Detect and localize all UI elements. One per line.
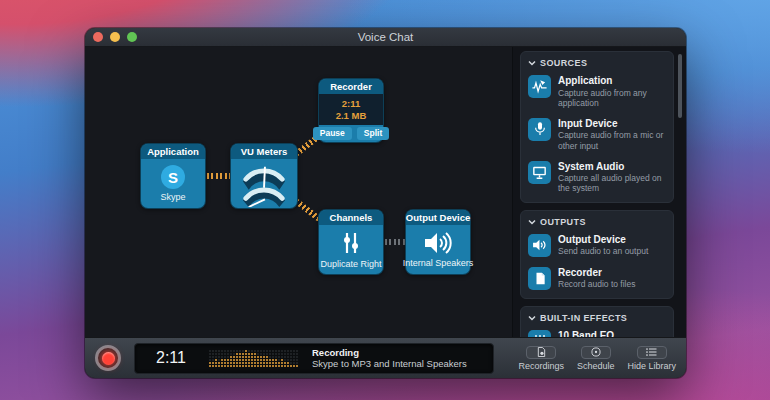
wire-channels-to-output [385,239,405,245]
library-item-recorder[interactable]: Recorder Record audio to files [528,262,666,295]
section-sources-header[interactable]: SOURCES [528,58,666,68]
node-recorder[interactable]: Recorder 2:11 2.1 MB Pause Split [318,78,384,143]
minimize-button[interactable] [110,32,120,42]
node-output-device-header: Output Device [406,210,470,225]
display-icon [528,161,551,184]
library-item-system-audio[interactable]: System Audio Capture all audio played on… [528,156,666,199]
recordings-icon [536,347,547,357]
recordings-button[interactable]: Recordings [518,346,564,371]
node-application-label: Skype [160,192,185,202]
pause-button[interactable]: Pause [313,127,352,140]
hide-library-button[interactable]: Hide Library [627,346,676,371]
window-title: Voice Chat [85,28,686,47]
status-line-2: Skype to MP3 and Internal Speakers [312,358,467,369]
node-channels-header: Channels [319,210,383,225]
library-item-10-band-eq[interactable]: 10 Band EQ Fine-tune specific frequencie… [528,325,666,337]
section-outputs-header[interactable]: OUTPUTS [528,217,666,227]
chevron-down-icon [528,315,536,321]
chevron-down-icon [528,60,536,66]
section-sources: SOURCES Application Capture audio from a… [520,51,674,203]
recording-timer: 2:11 [145,349,197,367]
speaker-icon [423,231,453,255]
library-item-input-device[interactable]: Input Device Capture audio from a mic or… [528,113,666,156]
list-icon [645,347,658,357]
eq-icon [528,330,551,337]
skype-icon: S [161,165,185,189]
node-channels-label: Duplicate Right [320,259,381,269]
recorder-time: 2:11 [342,98,361,109]
application-icon [528,75,551,98]
chevron-down-icon [528,219,536,225]
transport-bar: 2:11 Recording Skype to MP3 and Internal… [85,337,686,378]
section-built-in-effects-header[interactable]: BUILT-IN EFFECTS [528,313,666,323]
node-output-device[interactable]: Output Device Internal Speakers [405,209,471,275]
record-button[interactable] [95,345,121,371]
sidebar-scrollbar[interactable] [678,54,682,118]
titlebar[interactable]: Voice Chat [85,28,686,47]
recorder-filesize: 2.1 MB [336,110,367,121]
zoom-button[interactable] [127,32,137,42]
traffic-lights [93,32,137,42]
node-recorder-header: Recorder [319,79,383,94]
level-meter [209,350,298,367]
audio-pipeline-canvas[interactable]: Application S Skype VU Meters [85,47,512,337]
status-display: 2:11 Recording Skype to MP3 and Internal… [134,343,494,374]
close-button[interactable] [93,32,103,42]
status-line-1: Recording [312,347,467,358]
channel-sliders-icon [338,230,364,256]
app-window: Voice Chat Application S Skype VU Meters [85,28,686,378]
split-button[interactable]: Split [357,127,389,140]
library-item-output-device[interactable]: Output Device Send audio to an output [528,229,666,262]
file-icon [528,267,551,290]
record-indicator [102,352,115,365]
node-application[interactable]: Application S Skype [140,143,206,209]
vu-meter-icon [235,161,293,207]
section-built-in-effects: BUILT-IN EFFECTS 10 Band EQ Fine-tune sp… [520,306,674,337]
node-vu-meters[interactable]: VU Meters [230,143,298,209]
microphone-icon [528,118,551,141]
section-outputs: OUTPUTS Output Device Send audio to an o… [520,210,674,299]
node-channels[interactable]: Channels Duplicate Right [318,209,384,275]
speaker-icon [528,234,551,257]
node-vu-meters-header: VU Meters [231,144,297,159]
schedule-icon [591,347,601,357]
node-output-device-label: Internal Speakers [403,258,474,268]
wire-application-to-vu [207,173,230,179]
library-sidebar: SOURCES Application Capture audio from a… [512,47,686,337]
schedule-button[interactable]: Schedule [577,346,615,371]
node-application-header: Application [141,144,205,159]
library-item-application[interactable]: Application Capture audio from any appli… [528,70,666,113]
